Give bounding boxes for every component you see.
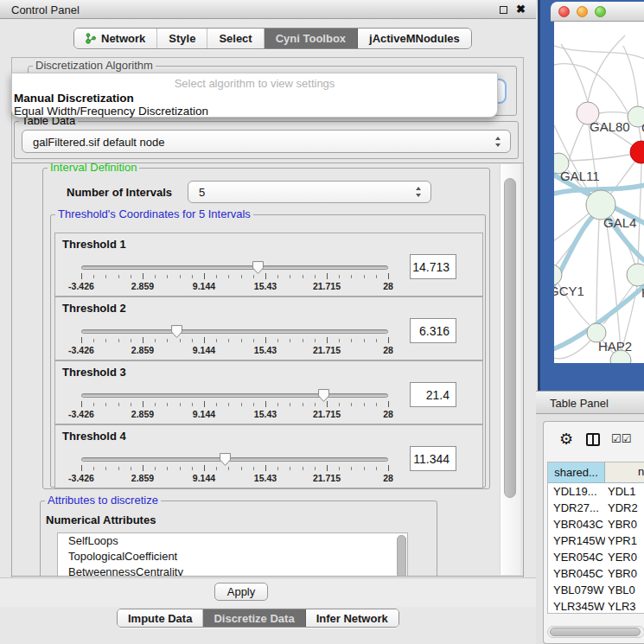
- tick-label: 2.859: [131, 345, 154, 355]
- split-view-icon[interactable]: [586, 433, 600, 446]
- tab-style[interactable]: Style: [157, 29, 207, 48]
- table-row[interactable]: YER054CYER0: [548, 549, 644, 565]
- cell-name: YDL1: [605, 483, 644, 500]
- threshold-4-panel: Threshold 4 -3.4262.8599.14415.4321.7152…: [54, 424, 483, 488]
- cell-shared-name: YPR145W: [548, 532, 605, 549]
- slider-track[interactable]: [81, 393, 388, 398]
- column-header-shared-name[interactable]: shared...: [548, 462, 605, 482]
- table-data-combobox[interactable]: galFiltered.sif default node: [22, 130, 511, 153]
- threshold-3-label: Threshold 3: [62, 366, 126, 379]
- threshold-3-value-field[interactable]: [410, 382, 456, 407]
- tick-label: 2.859: [131, 281, 154, 291]
- network-node[interactable]: [627, 264, 644, 286]
- threshold-2-panel: Threshold 2 -3.4262.8599.14415.4321.7152…: [54, 296, 483, 360]
- network-edge[interactable]: [588, 35, 625, 102]
- screen: Control Panel ✖ Network Style Select Cyn…: [0, 0, 644, 644]
- column-select-icons[interactable]: ☑☑: [611, 432, 631, 445]
- gear-icon[interactable]: ⚙: [559, 430, 573, 449]
- interval-definition-group: Interval Definition Number of Intervals …: [42, 168, 490, 489]
- tab-impute-data[interactable]: Impute Data: [118, 609, 203, 627]
- table-row[interactable]: YBL079WYBL0: [548, 582, 644, 598]
- attribute-item[interactable]: SelfLoops: [58, 533, 407, 549]
- tab-cyni-toolbox[interactable]: Cyni Toolbox: [265, 29, 358, 48]
- network-edge[interactable]: [569, 123, 584, 160]
- zoom-traffic-light[interactable]: [595, 6, 606, 17]
- table-panel-title: Table Panel: [550, 397, 609, 410]
- table-row[interactable]: YBR045CYBR0: [548, 565, 644, 582]
- close-traffic-light[interactable]: [558, 6, 570, 17]
- apply-row: Apply: [0, 577, 536, 607]
- discretization-algorithm-label: Discretization Algorithm: [33, 60, 156, 72]
- threshold-2-label: Threshold 2: [62, 302, 126, 315]
- tab-infer-network[interactable]: Infer Network: [306, 609, 399, 627]
- tick-label: 28: [383, 345, 393, 355]
- column-header-name[interactable]: name: [605, 462, 644, 482]
- threshold-4-value-field[interactable]: [410, 446, 456, 471]
- network-edge[interactable]: [554, 341, 590, 359]
- cell-shared-name: YBL079W: [548, 582, 605, 598]
- tab-discretize-data[interactable]: Discretize Data: [203, 609, 305, 627]
- numerical-attributes-list[interactable]: SelfLoopsTopologicalCoefficientBetweenne…: [57, 532, 408, 577]
- table-row[interactable]: YLR345WYLR3: [548, 598, 644, 614]
- slider-track[interactable]: [81, 457, 388, 462]
- close-icon[interactable]: ✖: [516, 3, 526, 16]
- tick-label: 21.715: [313, 281, 341, 291]
- tab-network-label: Network: [101, 32, 145, 45]
- network-edge[interactable]: [596, 220, 599, 323]
- slider-track[interactable]: [81, 329, 388, 334]
- dropdown-option[interactable]: Equal Width/Frequency Discretization: [13, 105, 494, 118]
- dropdown-option[interactable]: Manual Discretization: [13, 92, 494, 105]
- attribute-item[interactable]: TopologicalCoefficient: [58, 549, 407, 564]
- table-row[interactable]: YBR043CYBR0: [548, 516, 644, 532]
- network-edge[interactable]: [569, 154, 634, 161]
- vertical-scrollbar[interactable]: [500, 164, 520, 575]
- tab-discretize-data-label: Discretize Data: [214, 612, 294, 625]
- apply-button[interactable]: Apply: [214, 583, 268, 601]
- tick-label: 28: [383, 473, 393, 483]
- minimize-traffic-light[interactable]: [577, 6, 588, 17]
- network-edge[interactable]: [561, 44, 588, 102]
- slider-tick-labels: -3.4262.8599.14415.4321.71528: [81, 281, 388, 291]
- node-label: GAL11: [560, 169, 600, 183]
- number-of-intervals-combobox[interactable]: 5: [188, 181, 431, 203]
- combo-spinner-icon: [416, 187, 422, 197]
- cell-name: YBR0: [605, 516, 644, 532]
- table-horizontal-scrollbar[interactable]: [547, 626, 644, 638]
- attribute-item[interactable]: BetweennessCentrality: [58, 564, 407, 577]
- tick-label: 2.859: [131, 473, 154, 483]
- cell-name: YPR1: [605, 532, 644, 549]
- table-row[interactable]: YDR27...YDR2: [548, 500, 644, 516]
- right-region: GAL80GCGAL11GAL4GCY1HHAP2 Table Panel ⚙ …: [536, 0, 644, 644]
- network-canvas[interactable]: GAL80GCGAL11GAL4GCY1HHAP2: [554, 22, 644, 363]
- network-node[interactable]: [630, 141, 644, 163]
- slider-track[interactable]: [81, 265, 388, 270]
- table-hscrollbar-thumb[interactable]: [550, 628, 641, 636]
- table-row[interactable]: YPR145WYPR1: [548, 532, 644, 549]
- attribute-items: SelfLoopsTopologicalCoefficientBetweenne…: [58, 533, 407, 577]
- table-data-value: galFiltered.sif default node: [33, 135, 164, 148]
- slider-ticks: [81, 465, 388, 472]
- network-edge[interactable]: [638, 163, 641, 264]
- tab-jactivemnodules[interactable]: jActiveMNodules: [358, 29, 471, 48]
- tick-label: 28: [383, 409, 393, 419]
- list-scrollbar-thumb[interactable]: [397, 535, 406, 577]
- threshold-2-value-field[interactable]: [410, 318, 456, 343]
- number-of-intervals-label: Number of Intervals: [67, 186, 172, 199]
- tick-label: 15.43: [254, 473, 277, 483]
- panel-title: Control Panel: [11, 3, 80, 16]
- tick-label: 21.715: [313, 345, 341, 355]
- table-header-row: shared... name: [548, 462, 644, 483]
- node-label: GAL4: [603, 215, 636, 230]
- network-edge[interactable]: [606, 219, 621, 350]
- tab-select[interactable]: Select: [207, 29, 264, 48]
- threshold-1-value-field[interactable]: [410, 254, 456, 279]
- vertical-scrollbar-thumb[interactable]: [504, 178, 516, 498]
- tab-network[interactable]: Network: [74, 29, 157, 48]
- table-row[interactable]: YDL19...YDL1: [548, 483, 644, 500]
- cell-shared-name: YBR045C: [548, 565, 605, 582]
- cell-name: YLR3: [605, 598, 644, 614]
- settings-scroll-area: Interval Definition Number of Intervals …: [11, 163, 524, 577]
- threshold-1-label: Threshold 1: [62, 238, 126, 251]
- table-panel-toolbar: ⚙ ☑☑: [544, 422, 644, 460]
- float-window-icon[interactable]: [500, 6, 507, 14]
